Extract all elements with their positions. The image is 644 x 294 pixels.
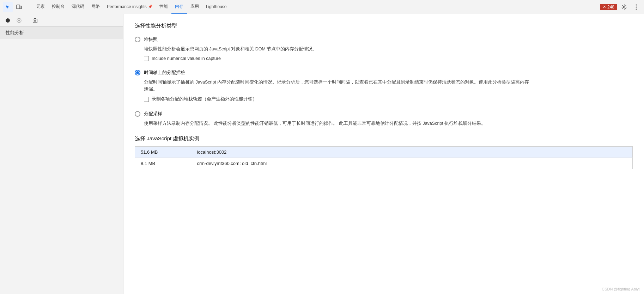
instance-url: crm-dev.ymt360.com: old_ctn.html [192, 158, 633, 169]
table-row[interactable]: 51.6 MB localhost:3002 [135, 147, 633, 158]
checkbox-numerical-label: Include numerical values in capture [152, 56, 221, 61]
radio-allocation-sampling[interactable]: 分配采样 [135, 111, 633, 117]
svg-rect-0 [17, 5, 20, 9]
tab-performance-insights[interactable]: Performance insights 📌 [103, 0, 156, 14]
radio-allocation-sampling-label: 分配采样 [144, 111, 162, 117]
main-area: 性能分析 选择性能分析类型 堆快照 堆快照性能分析会显示您网页的 JavaScr… [0, 14, 644, 294]
cursor-icon-btn[interactable] [3, 2, 13, 12]
delete-btn[interactable] [30, 16, 40, 25]
sidebar-divider [27, 17, 27, 24]
radio-allocation-timeline[interactable]: 时间轴上的分配插桩 [135, 69, 633, 76]
instance-size: 8.1 MB [135, 158, 192, 169]
tab-elements[interactable]: 元素 [33, 0, 48, 14]
tab-performance[interactable]: 性能 [156, 0, 171, 14]
toolbar-right: ✕ 248 [600, 2, 641, 12]
sidebar: 性能分析 [0, 14, 123, 294]
checkbox-stack-trace-box [144, 97, 149, 102]
radio-heap-snapshot[interactable]: 堆快照 [135, 36, 633, 43]
sidebar-toolbar [0, 14, 123, 27]
instance-size: 51.6 MB [135, 147, 192, 158]
option-allocation-sampling: 分配采样 使用采样方法录制内存分配情况。 此性能分析类型的性能开销最低，可用于长… [135, 111, 633, 127]
pin-icon: 📌 [148, 5, 152, 8]
section-title: 选择性能分析类型 [135, 23, 633, 29]
svg-point-5 [636, 8, 637, 10]
tab-memory[interactable]: 内存 [171, 0, 187, 14]
instances-table: 51.6 MB localhost:3002 8.1 MB crm-dev.ym… [135, 146, 633, 169]
checkbox-stack-trace-label: 录制各项分配的堆栈轨迹（会产生额外的性能开销） [152, 96, 257, 102]
top-toolbar: 元素 控制台 源代码 网络 Performance insights 📌 性能 … [0, 0, 644, 14]
tab-network[interactable]: 网络 [88, 0, 103, 14]
table-row[interactable]: 8.1 MB crm-dev.ymt360.com: old_ctn.html [135, 158, 633, 169]
svg-rect-9 [33, 19, 37, 23]
record-btn[interactable] [3, 16, 13, 25]
svg-point-4 [636, 6, 637, 7]
option-heap-snapshot: 堆快照 堆快照性能分析会显示您网页的 JavaScript 对象和相关 DOM … [135, 36, 633, 61]
svg-point-3 [636, 4, 637, 5]
checkbox-numerical-values[interactable]: Include numerical values in capture [144, 56, 633, 61]
radio-heap-snapshot-circle [135, 37, 140, 42]
heap-snapshot-description: 堆快照性能分析会显示您网页的 JavaScript 对象和相关 DOM 节点中的… [144, 45, 532, 53]
svg-point-8 [18, 19, 20, 21]
watermark: CSDN @fighting Ably! [602, 287, 640, 291]
tab-application[interactable]: 应用 [187, 0, 202, 14]
error-icon: ✕ [603, 5, 606, 9]
radio-heap-snapshot-label: 堆快照 [144, 36, 158, 43]
tab-sources[interactable]: 源代码 [68, 0, 88, 14]
more-menu-btn[interactable] [631, 2, 641, 12]
checkbox-stack-trace[interactable]: 录制各项分配的堆栈轨迹（会产生额外的性能开销） [144, 96, 633, 102]
radio-allocation-timeline-circle [135, 70, 140, 75]
tab-lighthouse[interactable]: Lighthouse [202, 0, 230, 14]
checkbox-numerical-box [144, 56, 149, 61]
device-toolbar-btn[interactable] [14, 2, 24, 12]
instance-url: localhost:3002 [192, 147, 633, 158]
allocation-sampling-description: 使用采样方法录制内存分配情况。 此性能分析类型的性能开销最低，可用于长时间运行的… [144, 120, 532, 127]
js-instances-title: 选择 JavaScript 虚拟机实例 [135, 135, 633, 142]
allocation-timeline-description: 分配时间轴显示了插桩的 JavaScript 内存分配随时间变化的情况。记录分析… [144, 79, 532, 93]
radio-allocation-timeline-label: 时间轴上的分配插桩 [144, 69, 185, 76]
settings-btn[interactable] [619, 2, 629, 12]
tab-console[interactable]: 控制台 [48, 0, 68, 14]
error-count: 248 [607, 5, 614, 10]
content-panel: 选择性能分析类型 堆快照 堆快照性能分析会显示您网页的 JavaScript 对… [123, 14, 644, 294]
svg-point-2 [624, 6, 625, 8]
option-allocation-timeline: 时间轴上的分配插桩 分配时间轴显示了插桩的 JavaScript 内存分配随时间… [135, 69, 633, 102]
sidebar-item-profiling[interactable]: 性能分析 [0, 27, 123, 39]
svg-point-6 [6, 18, 10, 23]
stop-btn[interactable] [14, 16, 24, 25]
svg-rect-1 [20, 6, 22, 9]
radio-allocation-sampling-circle [135, 111, 140, 117]
divider-1 [27, 4, 27, 11]
nav-tabs: 元素 控制台 源代码 网络 Performance insights 📌 性能 … [33, 0, 599, 14]
error-badge[interactable]: ✕ 248 [600, 4, 617, 10]
